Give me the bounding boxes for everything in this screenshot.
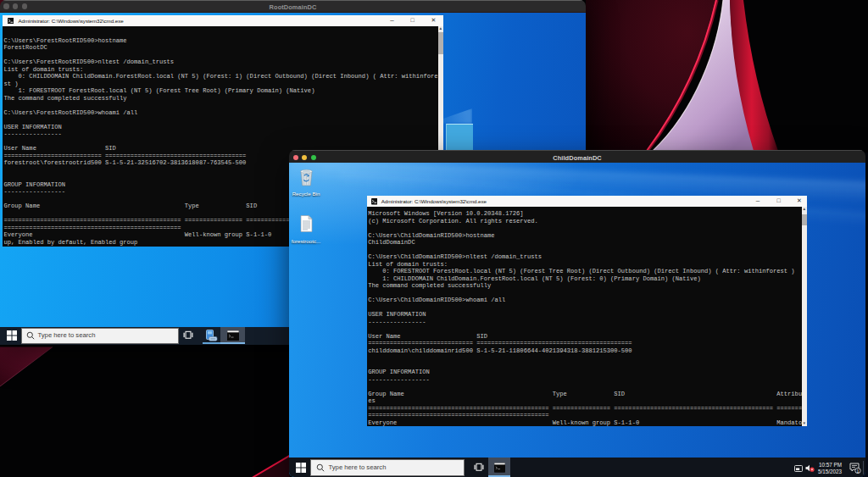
svg-text:1: 1: [857, 469, 860, 474]
